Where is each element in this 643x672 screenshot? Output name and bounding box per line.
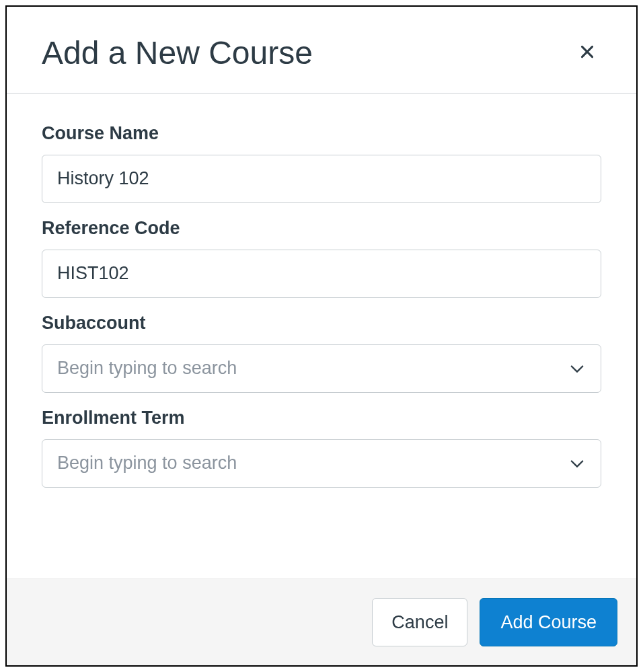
dialog-spacer <box>7 508 636 578</box>
reference-code-label: Reference Code <box>42 218 601 239</box>
add-course-dialog: Add a New Course Course Name Reference C… <box>5 5 638 667</box>
close-icon <box>578 43 596 63</box>
reference-code-field: Reference Code <box>42 218 601 298</box>
subaccount-combo[interactable] <box>42 344 601 393</box>
dialog-header: Add a New Course <box>7 7 636 94</box>
enrollment-term-combo[interactable] <box>42 439 601 488</box>
subaccount-field: Subaccount <box>42 313 601 393</box>
subaccount-input[interactable] <box>42 344 601 393</box>
subaccount-label: Subaccount <box>42 313 601 334</box>
dialog-body: Course Name Reference Code Subaccount En… <box>7 94 636 508</box>
cancel-button[interactable]: Cancel <box>372 598 467 646</box>
reference-code-input[interactable] <box>42 250 601 298</box>
course-name-field: Course Name <box>42 123 601 203</box>
dialog-title: Add a New Course <box>42 34 313 73</box>
course-name-input[interactable] <box>42 155 601 203</box>
add-course-button[interactable]: Add Course <box>480 598 617 646</box>
enrollment-term-field: Enrollment Term <box>42 408 601 488</box>
dialog-footer: Cancel Add Course <box>7 578 636 665</box>
enrollment-term-input[interactable] <box>42 439 601 488</box>
close-button[interactable] <box>573 38 601 68</box>
course-name-label: Course Name <box>42 123 601 144</box>
enrollment-term-label: Enrollment Term <box>42 408 601 428</box>
